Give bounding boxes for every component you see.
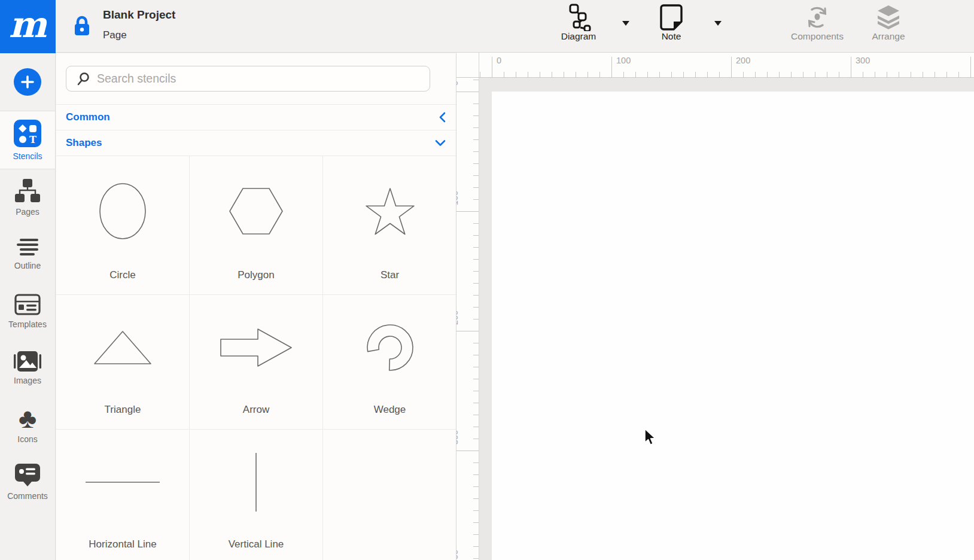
stencil-search-box: [66, 66, 430, 92]
sidebar-item-outline[interactable]: Outline: [0, 226, 55, 283]
stencil-star[interactable]: Star: [323, 156, 456, 295]
horizontal-ruler[interactable]: 0100200300: [456, 53, 974, 78]
stencil-label: Vertical Line: [229, 538, 284, 550]
stencil-label: Horizontal Line: [89, 538, 156, 550]
stencil-vertical-line[interactable]: Vertical Line: [190, 430, 323, 560]
chevron-left-icon: [439, 112, 446, 123]
sidebar-item-label: Stencils: [13, 151, 42, 161]
section-label: Shapes: [66, 137, 102, 149]
sidebar-item-label: Icons: [17, 434, 37, 444]
page-surface[interactable]: [492, 92, 974, 560]
stencil-horizontal-line[interactable]: Horizontal Line: [56, 430, 190, 560]
stencil-label: Polygon: [238, 269, 274, 281]
project-title[interactable]: Blank Project: [103, 8, 175, 22]
vertical-line-shape: [255, 452, 257, 512]
note-label: Note: [662, 31, 681, 42]
stencil-label: Circle: [109, 269, 135, 281]
moqups-logo[interactable]: m: [0, 0, 56, 53]
h-ruler-label: 300: [856, 56, 870, 65]
sidebar-item-label: Comments: [7, 491, 48, 501]
stencil-label: Triangle: [105, 404, 141, 416]
logo-letter: m: [9, 4, 47, 45]
search-input[interactable]: [97, 72, 408, 86]
horizontal-line-shape: [85, 481, 160, 483]
v-ruler-label: 300: [456, 430, 459, 445]
polygon-shape: [229, 188, 283, 235]
sidebar-item-templates[interactable]: Templates: [0, 283, 55, 340]
v-ruler-label: 0: [456, 81, 459, 86]
left-sidebar: T Stencils Pages Outline: [0, 53, 56, 560]
arrange-label: Arrange: [872, 31, 905, 42]
note-icon: [660, 3, 683, 31]
sidebar-item-label: Images: [14, 376, 41, 385]
empty-grid-cell: [323, 430, 456, 560]
search-icon: [77, 72, 90, 86]
v-ruler-label: 100: [456, 191, 459, 205]
sidebar-item-label: Outline: [14, 261, 41, 270]
diagram-dropdown-caret[interactable]: [622, 19, 630, 29]
stencil-label: Wedge: [374, 404, 406, 416]
images-icon: [14, 351, 41, 372]
stencil-wedge[interactable]: Wedge: [323, 295, 456, 430]
sidebar-item-comments[interactable]: Comments: [0, 454, 55, 510]
note-button[interactable]: Note: [641, 3, 701, 51]
shapes-grid: Circle Polygon Star Triangle Arrow Wedge…: [56, 156, 456, 560]
section-label: Common: [66, 111, 110, 123]
components-sync-icon: [805, 3, 830, 31]
comments-icon: [14, 463, 41, 487]
chevron-down-icon: [435, 139, 446, 147]
pages-icon: [14, 179, 41, 203]
svg-text:T: T: [29, 134, 36, 145]
plus-icon: [21, 75, 34, 89]
vertical-ruler[interactable]: 0100200300400: [456, 78, 479, 560]
stencils-icon: T: [14, 120, 41, 147]
sidebar-item-stencils[interactable]: T Stencils: [0, 111, 55, 169]
circle-shape: [99, 182, 147, 240]
app-header: m Blank Project Page Diagram: [0, 0, 974, 53]
wedge-shape: [365, 323, 415, 372]
sidebar-item-label: Templates: [8, 319, 47, 329]
sidebar-item-icons[interactable]: ♣ Icons: [0, 397, 55, 454]
sidebar-item-images[interactable]: Images: [0, 340, 55, 397]
canvas-area: 0100200300 0100200300400: [456, 53, 974, 560]
stencil-polygon[interactable]: Polygon: [190, 156, 323, 295]
stencil-circle[interactable]: Circle: [56, 156, 190, 295]
outline-icon: [16, 239, 39, 257]
v-ruler-label: 400: [456, 550, 459, 560]
stencil-label: Star: [381, 269, 399, 281]
star-shape: [366, 187, 415, 235]
components-label: Components: [791, 31, 844, 42]
triangle-shape: [94, 331, 151, 364]
stencil-arrow[interactable]: Arrow: [190, 295, 323, 430]
arrange-layers-icon: [876, 3, 900, 31]
sidebar-item-label: Pages: [16, 207, 39, 217]
h-ruler-label: 100: [616, 56, 631, 65]
ruler-corner: [456, 53, 479, 78]
note-dropdown-caret[interactable]: [714, 19, 722, 29]
diagram-icon: [566, 3, 591, 31]
stencil-label: Arrow: [243, 404, 269, 416]
diagram-button[interactable]: Diagram: [549, 3, 608, 51]
section-header-shapes[interactable]: Shapes: [56, 130, 456, 156]
h-ruler-label: 0: [497, 56, 501, 65]
sidebar-item-pages[interactable]: Pages: [0, 169, 55, 226]
stencils-panel: Common Shapes Circle Polygon Star Triang…: [56, 53, 456, 560]
stencil-triangle[interactable]: Triangle: [56, 295, 190, 430]
diagram-label: Diagram: [561, 31, 596, 42]
h-ruler-label: 200: [736, 56, 750, 65]
components-button[interactable]: Components: [781, 3, 853, 51]
lock-icon[interactable]: [72, 16, 92, 39]
section-header-common[interactable]: Common: [56, 104, 456, 130]
arrange-button[interactable]: Arrange: [862, 3, 915, 51]
add-stencil-button[interactable]: [14, 68, 41, 96]
arrow-shape: [220, 328, 292, 367]
club-icon: ♣: [19, 406, 36, 430]
v-ruler-label: 200: [456, 311, 459, 325]
templates-icon: [14, 294, 41, 315]
page-name[interactable]: Page: [103, 29, 127, 41]
